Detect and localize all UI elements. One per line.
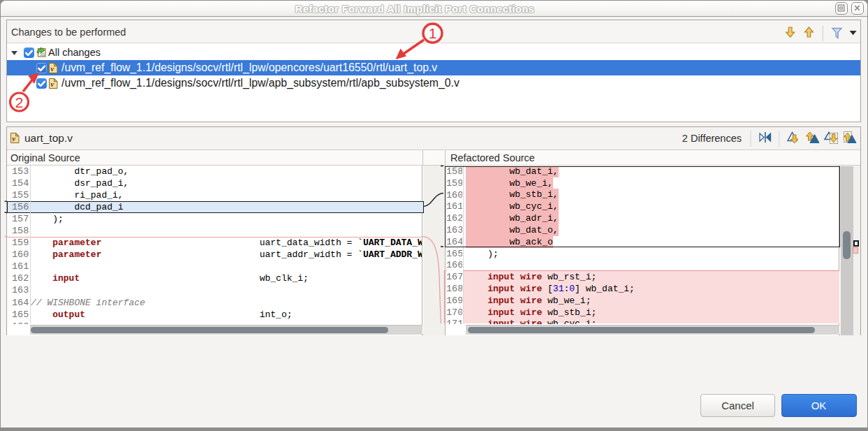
svg-text:v: v (13, 135, 16, 143)
svg-text:v: v (51, 80, 54, 87)
svg-text:v: v (51, 64, 54, 72)
